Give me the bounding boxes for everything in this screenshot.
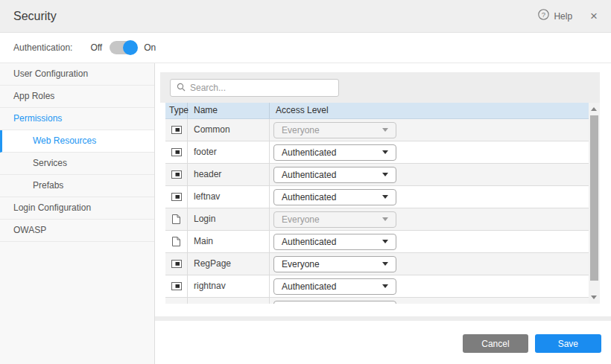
- top-bar: Security ? Help ×: [0, 0, 611, 33]
- save-button[interactable]: Save: [535, 334, 601, 353]
- access-level-value: Authenticated: [282, 192, 336, 202]
- chevron-down-icon: [382, 128, 388, 132]
- svg-text:?: ?: [542, 10, 545, 19]
- table-row: RegPageEveryone: [165, 253, 589, 275]
- access-cell: Everyone: [270, 253, 589, 275]
- search-input[interactable]: [190, 83, 332, 93]
- access-level-dropdown[interactable]: Authenticated: [273, 234, 396, 250]
- search-icon: [177, 81, 186, 95]
- column-header-name: Name: [188, 103, 270, 118]
- access-level-dropdown[interactable]: Authenticated: [273, 278, 396, 295]
- resource-name: Main: [188, 231, 270, 252]
- access-cell: Authenticated: [270, 186, 589, 208]
- chevron-down-icon: [382, 262, 388, 266]
- chevron-down-icon: [382, 195, 388, 199]
- access-cell: Everyone: [270, 119, 589, 141]
- page-title: Security: [13, 10, 57, 23]
- access-cell: [270, 298, 589, 304]
- access-level-dropdown[interactable]: Everyone: [273, 256, 396, 272]
- permissions-table: Type Name Access Level CommonEveryonefoo…: [165, 103, 589, 304]
- sidebar-item-prefabs[interactable]: Prefabs: [0, 175, 154, 197]
- table-body: CommonEveryonefooterAuthenticatedheaderA…: [165, 119, 589, 304]
- sidebar-item-web-resources[interactable]: Web Resources: [0, 130, 154, 153]
- table-header: Type Name Access Level: [165, 103, 589, 119]
- sidebar: User ConfigurationApp RolesPermissionsWe…: [0, 63, 155, 364]
- type-cell: [165, 141, 188, 163]
- table-area: Type Name Access Level CommonEveryonefoo…: [160, 103, 600, 304]
- content-panel: Type Name Access Level CommonEveryonefoo…: [155, 63, 611, 364]
- web-resources-grid: Type Name Access Level CommonEveryonefoo…: [160, 72, 600, 304]
- chevron-down-icon: [382, 217, 388, 221]
- type-cell: [165, 164, 188, 185]
- search-box[interactable]: [170, 79, 339, 97]
- scrollbar-thumb[interactable]: [590, 115, 598, 281]
- help-icon: ?: [538, 9, 549, 23]
- resource-name: rightnav: [188, 275, 270, 297]
- top-bar-actions: ? Help ×: [538, 9, 598, 23]
- vertical-scrollbar[interactable]: [589, 103, 600, 304]
- security-dialog: Security ? Help × Authentication: Off On…: [0, 0, 611, 364]
- table-row: CommonEveryone: [165, 119, 589, 141]
- partial-icon: [171, 282, 182, 290]
- resource-name: Common: [188, 119, 270, 141]
- sidebar-item-login-configuration[interactable]: Login Configuration: [0, 197, 154, 220]
- type-cell: [165, 231, 188, 252]
- sidebar-item-services[interactable]: Services: [0, 153, 154, 175]
- table-row: footerAuthenticated: [165, 141, 589, 164]
- page-icon: [172, 214, 180, 224]
- close-icon[interactable]: ×: [590, 10, 598, 22]
- access-level-value: Everyone: [282, 125, 320, 135]
- page-icon: [172, 237, 180, 246]
- column-header-type: Type: [165, 103, 188, 118]
- cancel-button[interactable]: Cancel: [463, 334, 528, 353]
- chevron-down-icon: [382, 150, 388, 154]
- type-cell: [165, 186, 188, 208]
- access-cell: Authenticated: [270, 164, 589, 185]
- access-level-dropdown: Everyone: [273, 122, 396, 138]
- table-row: [165, 298, 589, 304]
- table-row: rightnavAuthenticated: [165, 275, 589, 298]
- help-label: Help: [554, 11, 572, 22]
- authentication-bar: Authentication: Off On: [0, 33, 611, 63]
- access-level-dropdown[interactable]: Authenticated: [273, 144, 396, 161]
- resource-name: leftnav: [188, 186, 270, 208]
- access-level-value: Everyone: [282, 259, 320, 269]
- type-cell: [165, 275, 188, 297]
- access-level-value: Everyone: [282, 214, 320, 225]
- authentication-label: Authentication:: [13, 42, 72, 53]
- type-cell: [165, 208, 188, 230]
- scroll-down-icon[interactable]: [591, 296, 597, 299]
- table-row: MainAuthenticated: [165, 231, 589, 253]
- chevron-down-icon: [382, 284, 388, 288]
- sidebar-item-permissions[interactable]: Permissions: [0, 108, 154, 130]
- grid-toolbar: [160, 72, 600, 103]
- partial-icon: [171, 193, 182, 201]
- help-button[interactable]: ? Help: [538, 9, 572, 23]
- access-level-value: Authenticated: [282, 237, 336, 247]
- resource-name: Login: [188, 208, 270, 230]
- access-level-dropdown[interactable]: Authenticated: [273, 167, 396, 183]
- partial-icon: [171, 126, 182, 134]
- access-cell: Everyone: [270, 208, 589, 230]
- toggle-off-label: Off: [90, 42, 102, 53]
- access-cell: Authenticated: [270, 141, 589, 163]
- chevron-down-icon: [382, 173, 388, 176]
- access-cell: Authenticated: [270, 231, 589, 252]
- access-level-value: Authenticated: [282, 281, 336, 292]
- access-level-dropdown: Everyone: [273, 211, 396, 228]
- chevron-down-icon: [382, 240, 388, 243]
- sidebar-item-app-roles[interactable]: App Roles: [0, 86, 154, 108]
- access-level-dropdown[interactable]: Authenticated: [273, 189, 396, 205]
- access-level-value: Authenticated: [282, 170, 336, 180]
- sidebar-item-user-configuration[interactable]: User Configuration: [0, 63, 154, 86]
- table-row: LoginEveryone: [165, 208, 589, 231]
- dialog-body: User ConfigurationApp RolesPermissionsWe…: [0, 63, 611, 364]
- resource-name: RegPage: [188, 253, 270, 275]
- resource-name: [188, 298, 270, 304]
- scroll-up-icon[interactable]: [591, 107, 597, 111]
- sidebar-item-owasp[interactable]: OWASP: [0, 220, 154, 242]
- authentication-toggle[interactable]: [110, 41, 136, 54]
- access-level-dropdown[interactable]: [273, 301, 396, 304]
- table-row: headerAuthenticated: [165, 164, 589, 186]
- table-row: leftnavAuthenticated: [165, 186, 589, 208]
